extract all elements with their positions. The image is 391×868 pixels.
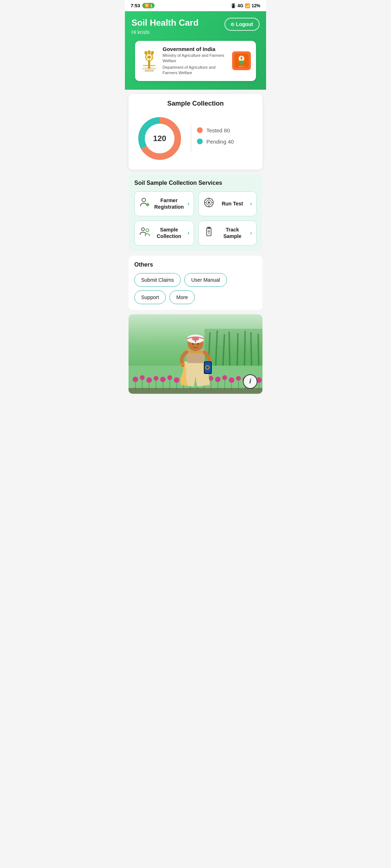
track-sample-icon	[203, 226, 215, 240]
svg-point-63	[229, 377, 234, 383]
chart-row: 120 Tested 80 Pending 40	[134, 113, 257, 164]
svg-point-26	[208, 201, 210, 204]
app-header: Soil Health Card Hi krishi ⎋ Logout	[125, 11, 266, 90]
farmer-figure	[165, 322, 226, 394]
svg-point-32	[146, 229, 149, 232]
others-title: Others	[134, 261, 257, 268]
app-title: Soil Health Card	[131, 18, 198, 28]
chart-divider	[191, 124, 191, 153]
svg-point-51	[146, 377, 152, 383]
legend-tested: Tested 80	[197, 127, 257, 133]
donut-center-value: 120	[153, 134, 167, 143]
sample-collection-icon	[139, 226, 151, 240]
farmer-registration-icon: +	[139, 197, 151, 211]
battery-level: 12%	[252, 3, 260, 8]
header-title-group: Soil Health Card Hi krishi	[131, 18, 198, 35]
pending-dot	[197, 139, 203, 144]
farmer-registration-label: Farmer Registration	[154, 197, 184, 210]
svg-text:+: +	[147, 203, 149, 207]
run-test-label: Run Test	[218, 200, 247, 207]
hero-section: i	[129, 314, 262, 394]
services-title: Soil Sample Collection Services	[134, 180, 257, 186]
greeting-text: Hi krishi	[131, 29, 198, 35]
notif-count: 1	[150, 4, 152, 8]
user-manual-button[interactable]: User Manual	[184, 273, 227, 287]
signal-icon: 📶	[245, 3, 250, 8]
chart-legend: Tested 80 Pending 40	[197, 127, 257, 150]
sample-collection-title: Sample Collection	[134, 100, 257, 107]
time: 7:53	[131, 3, 140, 8]
svg-point-92	[192, 343, 194, 345]
donut-chart: 120	[134, 113, 185, 164]
sample-collection-card: Sample Collection 120 Tested 80	[129, 94, 262, 170]
svg-point-91	[192, 337, 199, 341]
sample-collection-label: Sample Collection	[154, 226, 184, 239]
sample-collection-chevron: ›	[188, 230, 189, 236]
tested-dot	[197, 127, 203, 133]
run-test-button[interactable]: Run Test ›	[198, 191, 257, 216]
status-bar: 7:53 🛜 1 📳 4G 📶 12%	[125, 0, 266, 11]
hero-figure: i	[129, 314, 262, 394]
network-type: 4G	[237, 3, 243, 8]
svg-point-36	[209, 233, 210, 234]
svg-point-64	[236, 376, 241, 380]
sample-collection-button[interactable]: Sample Collection ›	[134, 221, 194, 246]
track-sample-chevron: ›	[250, 230, 252, 236]
logout-icon: ⎋	[231, 21, 234, 27]
track-sample-label: Track Sample	[218, 226, 247, 239]
svg-point-49	[133, 376, 138, 382]
svg-point-21	[142, 198, 146, 202]
services-grid: + Farmer Registration › Run Test ›	[134, 191, 257, 246]
pending-label: Pending 40	[206, 139, 234, 145]
others-grid: Submit Claims User Manual Support More	[134, 273, 257, 304]
run-test-chevron: ›	[250, 200, 252, 207]
svg-point-93	[197, 343, 199, 345]
logout-label: Logout	[236, 21, 253, 27]
tested-label: Tested 80	[206, 127, 230, 133]
svg-point-31	[142, 228, 144, 231]
status-right: 📳 4G 📶 12%	[231, 3, 260, 8]
services-section: Soil Sample Collection Services + Farmer…	[129, 174, 262, 251]
svg-point-94	[195, 341, 196, 342]
run-test-icon	[203, 197, 215, 211]
farmer-registration-button[interactable]: + Farmer Registration ›	[134, 191, 194, 216]
legend-pending: Pending 40	[197, 139, 257, 145]
support-button[interactable]: Support	[134, 290, 166, 304]
wifi-icon: 🛜	[144, 3, 150, 8]
wifi-badge: 🛜 1	[142, 3, 155, 8]
track-sample-button[interactable]: Track Sample ›	[198, 221, 257, 246]
vibrate-icon: 📳	[231, 3, 236, 8]
logout-button[interactable]: ⎋ Logout	[224, 18, 260, 31]
submit-claims-button[interactable]: Submit Claims	[134, 273, 181, 287]
header-top: Soil Health Card Hi krishi ⎋ Logout	[131, 18, 260, 35]
svg-point-50	[140, 375, 144, 380]
others-section: Others Submit Claims User Manual Support…	[129, 256, 262, 310]
status-left: 7:53 🛜 1	[131, 3, 155, 8]
farmer-registration-chevron: ›	[188, 200, 189, 207]
more-button[interactable]: More	[169, 290, 195, 304]
info-button[interactable]: i	[243, 374, 257, 389]
svg-point-52	[154, 376, 158, 380]
